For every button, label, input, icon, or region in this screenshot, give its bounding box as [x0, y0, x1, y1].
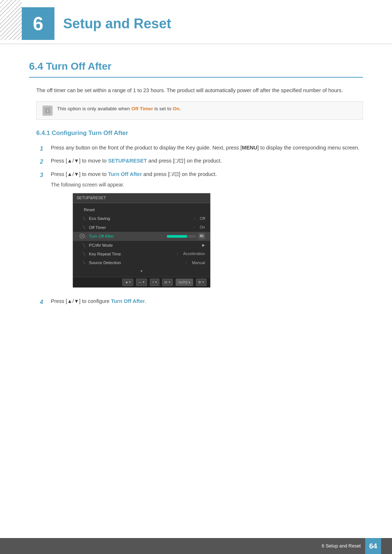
- menu-item-reset: Reset: [73, 205, 210, 214]
- chapter-number: 6: [22, 7, 54, 40]
- section-title: Turn Off After: [46, 61, 111, 72]
- menu-item-turnoffafter: ╲ Turn Off After : 4h: [73, 232, 210, 241]
- chapter-title: Setup and Reset: [63, 13, 171, 34]
- footer: 6 Setup and Reset 64: [0, 538, 392, 554]
- chapter-header: 6 Setup and Reset: [0, 0, 392, 44]
- toolbar-btn-plus: +▼: [150, 279, 159, 286]
- main-content: 6.4 Turn Off After The off timer can be …: [0, 44, 392, 336]
- section-number: 6.4: [29, 61, 43, 72]
- toolbar-btn-minus: —▼: [136, 279, 147, 286]
- note-text: This option is only available when Off T…: [57, 105, 181, 112]
- menu-item-scroll-down: ▼: [73, 267, 210, 275]
- menu-item-ecosaving: ╲ Eco Saving : Off: [73, 214, 210, 223]
- toolbar-btn-power: ⚙▼: [196, 279, 207, 286]
- menu-item-keyrepeat: ╲ Key Repeat Time : Acceleration: [73, 250, 210, 258]
- step-number-2: 2: [40, 157, 48, 167]
- step-number-3: 3: [40, 171, 48, 180]
- step-content-2: Press [▲/▼] to move to SETUP&RESET and p…: [51, 157, 363, 165]
- footer-page-number: 64: [365, 538, 381, 554]
- toolbar-btn-auto: AUTO ▼: [176, 279, 193, 286]
- svg-point-3: [81, 235, 83, 237]
- body-text: The off timer can be set within a range …: [29, 86, 363, 95]
- list-item: 4 Press [▲/▼] to configure Turn Off Afte…: [40, 297, 363, 307]
- progress-bar: 4h: [167, 233, 205, 239]
- menu-item-sourcedetection: ╲ Source Detection : Manual: [73, 258, 210, 267]
- step-content-1: Press any button on the front of the pro…: [51, 144, 363, 152]
- menu-item-offtimer: ╲ Off Timer : On: [73, 223, 210, 232]
- screenshot-box: SETUP&RESET Reset ╲ Eco Saving : Off: [73, 193, 211, 288]
- header-stripe: [0, 0, 22, 40]
- subsection-heading: 6.4.1 Configuring Turn Off After: [29, 128, 363, 138]
- footer-text: 6 Setup and Reset: [322, 542, 361, 550]
- step-content-4: Press [▲/▼] to configure Turn Off After.: [51, 297, 363, 305]
- toolbar-btn-back: ◄▼: [122, 279, 133, 286]
- steps-list: 1 Press any button on the front of the p…: [29, 144, 363, 307]
- screenshot-titlebar: SETUP&RESET: [73, 193, 210, 203]
- screenshot-menu: Reset ╲ Eco Saving : Off ╲ Off Timer: [73, 203, 210, 277]
- toolbar-btn-menu: ⊟▼: [162, 279, 173, 286]
- note-box: i This option is only available when Off…: [36, 101, 363, 120]
- list-item: 3 Press [▲/▼] to move to Turn Off After …: [40, 170, 363, 294]
- note-icon: i: [42, 106, 53, 116]
- section-heading: 6.4 Turn Off After: [29, 59, 363, 78]
- list-item: 2 Press [▲/▼] to move to SETUP&RESET and…: [40, 157, 363, 167]
- step-content-3: Press [▲/▼] to move to Turn Off After an…: [51, 170, 363, 294]
- screenshot-toolbar: ◄▼ —▼ +▼ ⊟▼ AUTO ▼ ⚙▼: [73, 277, 210, 287]
- step-number-4: 4: [40, 297, 48, 307]
- step-number-1: 1: [40, 144, 48, 153]
- list-item: 1 Press any button on the front of the p…: [40, 144, 363, 153]
- menu-item-pcav: ╲ PC/AV Mode ▶: [73, 241, 210, 250]
